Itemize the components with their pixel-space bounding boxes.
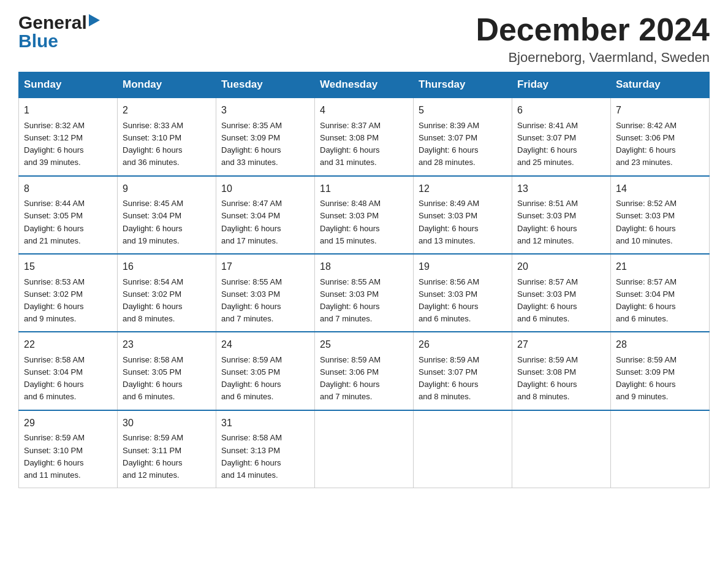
day-info: Sunrise: 8:58 AMSunset: 3:05 PMDaylight:… <box>123 354 211 404</box>
day-info: Sunrise: 8:47 AMSunset: 3:04 PMDaylight:… <box>221 197 309 247</box>
week-row-4: 22Sunrise: 8:58 AMSunset: 3:04 PMDayligh… <box>19 332 710 410</box>
day-info: Sunrise: 8:39 AMSunset: 3:07 PMDaylight:… <box>419 120 507 169</box>
day-number: 27 <box>517 337 605 353</box>
day-info: Sunrise: 8:45 AMSunset: 3:04 PMDaylight:… <box>123 197 211 247</box>
day-number: 2 <box>123 103 211 118</box>
day-info: Sunrise: 8:54 AMSunset: 3:02 PMDaylight:… <box>123 276 211 326</box>
calendar-table: SundayMondayTuesdayWednesdayThursdayFrid… <box>18 72 710 488</box>
calendar-cell: 16Sunrise: 8:54 AMSunset: 3:02 PMDayligh… <box>118 254 216 332</box>
calendar-cell: 23Sunrise: 8:58 AMSunset: 3:05 PMDayligh… <box>118 332 216 410</box>
day-info: Sunrise: 8:57 AMSunset: 3:04 PMDaylight:… <box>616 276 704 326</box>
week-row-3: 15Sunrise: 8:53 AMSunset: 3:02 PMDayligh… <box>19 254 710 332</box>
location-title: Bjoerneborg, Vaermland, Sweden <box>476 50 710 66</box>
day-info: Sunrise: 8:59 AMSunset: 3:07 PMDaylight:… <box>419 354 507 404</box>
day-info: Sunrise: 8:37 AMSunset: 3:08 PMDaylight:… <box>320 120 408 169</box>
calendar-cell <box>315 410 414 488</box>
day-info: Sunrise: 8:59 AMSunset: 3:09 PMDaylight:… <box>616 354 704 404</box>
day-number: 17 <box>221 259 309 275</box>
day-info: Sunrise: 8:41 AMSunset: 3:07 PMDaylight:… <box>517 120 605 169</box>
svg-marker-0 <box>89 14 100 26</box>
day-info: Sunrise: 8:35 AMSunset: 3:09 PMDaylight:… <box>221 120 309 169</box>
day-number: 3 <box>221 103 309 118</box>
day-number: 6 <box>517 103 605 118</box>
day-number: 15 <box>24 259 112 275</box>
weekday-header-wednesday: Wednesday <box>315 72 414 98</box>
calendar-cell: 2Sunrise: 8:33 AMSunset: 3:10 PMDaylight… <box>118 98 216 175</box>
calendar-cell: 29Sunrise: 8:59 AMSunset: 3:10 PMDayligh… <box>19 410 118 488</box>
calendar-cell: 27Sunrise: 8:59 AMSunset: 3:08 PMDayligh… <box>512 332 611 410</box>
month-title: December 2024 <box>476 12 710 47</box>
day-number: 1 <box>24 103 112 118</box>
day-number: 14 <box>616 182 704 197</box>
day-number: 9 <box>123 182 211 197</box>
calendar-cell: 20Sunrise: 8:57 AMSunset: 3:03 PMDayligh… <box>512 254 611 332</box>
calendar-cell: 21Sunrise: 8:57 AMSunset: 3:04 PMDayligh… <box>611 254 710 332</box>
calendar-cell: 12Sunrise: 8:49 AMSunset: 3:03 PMDayligh… <box>414 176 512 254</box>
day-number: 19 <box>419 259 507 275</box>
weekday-header-row: SundayMondayTuesdayWednesdayThursdayFrid… <box>19 72 710 98</box>
day-info: Sunrise: 8:51 AMSunset: 3:03 PMDaylight:… <box>517 197 605 247</box>
calendar-cell: 11Sunrise: 8:48 AMSunset: 3:03 PMDayligh… <box>315 176 414 254</box>
day-number: 12 <box>419 182 507 197</box>
calendar-cell <box>414 410 512 488</box>
logo-area: General Blue <box>18 12 100 52</box>
calendar-cell: 13Sunrise: 8:51 AMSunset: 3:03 PMDayligh… <box>512 176 611 254</box>
day-number: 23 <box>123 337 211 353</box>
day-info: Sunrise: 8:57 AMSunset: 3:03 PMDaylight:… <box>517 276 605 326</box>
day-info: Sunrise: 8:52 AMSunset: 3:03 PMDaylight:… <box>616 197 704 247</box>
week-row-2: 8Sunrise: 8:44 AMSunset: 3:05 PMDaylight… <box>19 176 710 254</box>
day-number: 24 <box>221 337 309 353</box>
logo-blue-text: Blue <box>18 31 58 52</box>
calendar-cell: 14Sunrise: 8:52 AMSunset: 3:03 PMDayligh… <box>611 176 710 254</box>
calendar-cell: 28Sunrise: 8:59 AMSunset: 3:09 PMDayligh… <box>611 332 710 410</box>
calendar-cell: 1Sunrise: 8:32 AMSunset: 3:12 PMDaylight… <box>19 98 118 175</box>
day-info: Sunrise: 8:32 AMSunset: 3:12 PMDaylight:… <box>24 120 112 169</box>
calendar-cell: 19Sunrise: 8:56 AMSunset: 3:03 PMDayligh… <box>414 254 512 332</box>
calendar-cell: 22Sunrise: 8:58 AMSunset: 3:04 PMDayligh… <box>19 332 118 410</box>
day-info: Sunrise: 8:49 AMSunset: 3:03 PMDaylight:… <box>419 197 507 247</box>
day-info: Sunrise: 8:58 AMSunset: 3:13 PMDaylight:… <box>221 432 309 481</box>
day-number: 7 <box>616 103 704 118</box>
calendar-cell: 5Sunrise: 8:39 AMSunset: 3:07 PMDaylight… <box>414 98 512 175</box>
day-number: 20 <box>517 259 605 275</box>
weekday-header-saturday: Saturday <box>611 72 710 98</box>
day-number: 10 <box>221 182 309 197</box>
weekday-header-tuesday: Tuesday <box>216 72 315 98</box>
calendar-cell: 17Sunrise: 8:55 AMSunset: 3:03 PMDayligh… <box>216 254 315 332</box>
day-info: Sunrise: 8:59 AMSunset: 3:05 PMDaylight:… <box>221 354 309 404</box>
calendar-cell <box>611 410 710 488</box>
day-info: Sunrise: 8:59 AMSunset: 3:06 PMDaylight:… <box>320 354 408 404</box>
day-info: Sunrise: 8:44 AMSunset: 3:05 PMDaylight:… <box>24 197 112 247</box>
calendar-cell: 18Sunrise: 8:55 AMSunset: 3:03 PMDayligh… <box>315 254 414 332</box>
day-info: Sunrise: 8:42 AMSunset: 3:06 PMDaylight:… <box>616 120 704 169</box>
day-number: 8 <box>24 182 112 197</box>
day-info: Sunrise: 8:33 AMSunset: 3:10 PMDaylight:… <box>123 120 211 169</box>
calendar-cell: 31Sunrise: 8:58 AMSunset: 3:13 PMDayligh… <box>216 410 315 488</box>
week-row-5: 29Sunrise: 8:59 AMSunset: 3:10 PMDayligh… <box>19 410 710 488</box>
logo-arrow-icon <box>89 14 100 29</box>
day-number: 30 <box>123 416 211 431</box>
day-info: Sunrise: 8:55 AMSunset: 3:03 PMDaylight:… <box>320 276 408 326</box>
day-number: 21 <box>616 259 704 275</box>
day-number: 31 <box>221 416 309 431</box>
day-info: Sunrise: 8:53 AMSunset: 3:02 PMDaylight:… <box>24 276 112 326</box>
weekday-header-friday: Friday <box>512 72 611 98</box>
week-row-1: 1Sunrise: 8:32 AMSunset: 3:12 PMDaylight… <box>19 98 710 175</box>
calendar-cell: 30Sunrise: 8:59 AMSunset: 3:11 PMDayligh… <box>118 410 216 488</box>
calendar-cell: 6Sunrise: 8:41 AMSunset: 3:07 PMDaylight… <box>512 98 611 175</box>
day-info: Sunrise: 8:59 AMSunset: 3:10 PMDaylight:… <box>24 432 112 481</box>
logo-general-text: General <box>18 12 87 33</box>
calendar-cell: 4Sunrise: 8:37 AMSunset: 3:08 PMDaylight… <box>315 98 414 175</box>
logo: General <box>18 12 100 33</box>
day-number: 28 <box>616 337 704 353</box>
page-header: General Blue December 2024 Bjoerneborg, … <box>18 12 710 66</box>
day-info: Sunrise: 8:59 AMSunset: 3:08 PMDaylight:… <box>517 354 605 404</box>
day-info: Sunrise: 8:48 AMSunset: 3:03 PMDaylight:… <box>320 197 408 247</box>
day-number: 5 <box>419 103 507 118</box>
calendar-cell: 3Sunrise: 8:35 AMSunset: 3:09 PMDaylight… <box>216 98 315 175</box>
calendar-cell: 25Sunrise: 8:59 AMSunset: 3:06 PMDayligh… <box>315 332 414 410</box>
calendar-cell: 7Sunrise: 8:42 AMSunset: 3:06 PMDaylight… <box>611 98 710 175</box>
day-number: 11 <box>320 182 408 197</box>
calendar-cell: 24Sunrise: 8:59 AMSunset: 3:05 PMDayligh… <box>216 332 315 410</box>
day-number: 13 <box>517 182 605 197</box>
